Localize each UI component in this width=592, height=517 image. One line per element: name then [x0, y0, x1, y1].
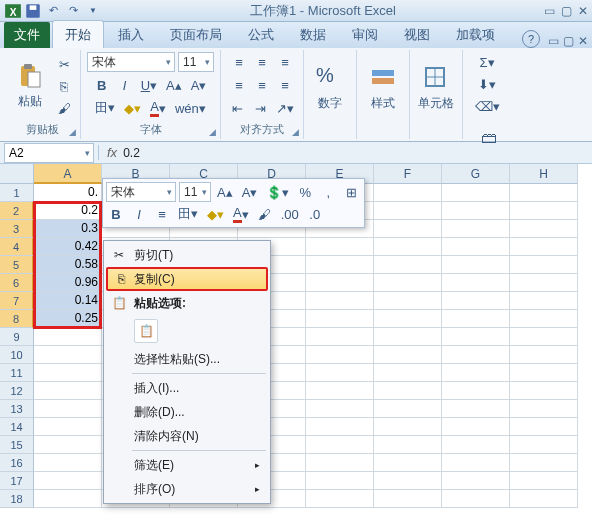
ribbon-min-icon[interactable]: ▭ — [548, 34, 559, 48]
cell[interactable] — [442, 184, 510, 202]
cell[interactable] — [306, 382, 374, 400]
row-header[interactable]: 11 — [0, 364, 34, 382]
row-header[interactable]: 16 — [0, 454, 34, 472]
cell[interactable] — [510, 202, 578, 220]
phonetic-icon[interactable]: wén▾ — [172, 98, 209, 118]
cell[interactable] — [306, 400, 374, 418]
cell[interactable] — [510, 220, 578, 238]
align-middle-icon[interactable]: ≡ — [252, 52, 272, 72]
align-right-icon[interactable]: ≡ — [275, 75, 295, 95]
tab-addins[interactable]: 加载项 — [444, 21, 507, 48]
qat-dropdown-icon[interactable]: ▼ — [84, 2, 102, 20]
cell[interactable] — [510, 364, 578, 382]
mini-border-icon[interactable]: 田▾ — [175, 204, 201, 224]
cell[interactable] — [34, 454, 102, 472]
cell[interactable] — [374, 436, 442, 454]
cell[interactable] — [34, 490, 102, 508]
row-header[interactable]: 14 — [0, 418, 34, 436]
mini-grow-icon[interactable]: A▴ — [214, 182, 236, 202]
fill-color-icon[interactable]: ◆▾ — [121, 98, 144, 118]
bold-icon[interactable]: B — [92, 75, 112, 95]
cell[interactable] — [442, 238, 510, 256]
minimize-icon[interactable]: ▭ — [544, 4, 555, 18]
mini-fill-icon[interactable]: ◆▾ — [204, 204, 227, 224]
cell[interactable] — [510, 472, 578, 490]
number-button[interactable]: % 数字 — [310, 55, 350, 121]
cell[interactable] — [442, 202, 510, 220]
doc-restore-icon[interactable]: ▢ — [563, 34, 574, 48]
cell[interactable]: 0.96 — [34, 274, 102, 292]
cell[interactable] — [374, 400, 442, 418]
ctx-cut[interactable]: ✂剪切(T) — [106, 243, 268, 267]
col-header[interactable]: G — [442, 164, 510, 184]
align-left-icon[interactable]: ≡ — [229, 75, 249, 95]
ctx-copy[interactable]: ⎘复制(C) — [106, 267, 268, 291]
col-header[interactable]: A — [34, 164, 102, 184]
save-icon[interactable] — [24, 2, 42, 20]
cell[interactable] — [442, 310, 510, 328]
align-top-icon[interactable]: ≡ — [229, 52, 249, 72]
align-center-icon[interactable]: ≡ — [252, 75, 272, 95]
mini-italic-icon[interactable]: I — [129, 204, 149, 224]
cell[interactable]: 0.3 — [34, 220, 102, 238]
cell[interactable] — [34, 400, 102, 418]
row-header[interactable]: 9 — [0, 328, 34, 346]
tab-review[interactable]: 审阅 — [340, 21, 390, 48]
paste-button[interactable]: 粘贴 — [10, 53, 50, 119]
styles-button[interactable]: 样式 — [363, 55, 403, 121]
row-header[interactable]: 1 — [0, 184, 34, 202]
mini-size-select[interactable]: 11 — [179, 182, 211, 202]
col-header[interactable]: H — [510, 164, 578, 184]
select-all-corner[interactable] — [0, 164, 34, 184]
mini-currency-icon[interactable]: 💲▾ — [263, 182, 292, 202]
row-header[interactable]: 15 — [0, 436, 34, 454]
align-dialog-icon[interactable]: ◢ — [292, 127, 299, 137]
cell[interactable] — [374, 256, 442, 274]
cell[interactable] — [34, 418, 102, 436]
ctx-filter[interactable]: 筛选(E)▸ — [106, 453, 268, 477]
fx-icon[interactable]: fx — [107, 145, 117, 160]
font-size-select[interactable]: 11 — [178, 52, 214, 72]
cell[interactable]: 0.25 — [34, 310, 102, 328]
cell[interactable] — [306, 292, 374, 310]
mini-fontcolor-icon[interactable]: A▾ — [230, 204, 252, 224]
autosum-icon[interactable]: Σ▾ — [476, 52, 497, 72]
cell[interactable] — [374, 364, 442, 382]
row-header[interactable]: 18 — [0, 490, 34, 508]
col-header[interactable]: F — [374, 164, 442, 184]
row-header[interactable]: 12 — [0, 382, 34, 400]
cell[interactable] — [374, 274, 442, 292]
mini-format-icon[interactable]: ⊞ — [341, 182, 361, 202]
cell[interactable]: 0.42 — [34, 238, 102, 256]
cell[interactable] — [306, 328, 374, 346]
undo-icon[interactable]: ↶ — [44, 2, 62, 20]
row-header[interactable]: 13 — [0, 400, 34, 418]
clipboard-dialog-icon[interactable]: ◢ — [69, 127, 76, 137]
orientation-icon[interactable]: ↗▾ — [273, 98, 297, 118]
font-color-icon[interactable]: A▾ — [147, 98, 169, 118]
row-header[interactable]: 7 — [0, 292, 34, 310]
cell[interactable] — [374, 346, 442, 364]
row-header[interactable]: 10 — [0, 346, 34, 364]
format-painter-icon[interactable]: 🖌 — [54, 98, 74, 118]
cell[interactable] — [34, 382, 102, 400]
cell[interactable] — [510, 184, 578, 202]
mini-painter-icon[interactable]: 🖌 — [255, 204, 275, 224]
cell[interactable] — [306, 238, 374, 256]
cell[interactable] — [374, 202, 442, 220]
tab-formulas[interactable]: 公式 — [236, 21, 286, 48]
font-shrink-icon[interactable]: A▾ — [188, 75, 210, 95]
cell[interactable] — [374, 418, 442, 436]
mini-align-icon[interactable]: ≡ — [152, 204, 172, 224]
row-header[interactable]: 17 — [0, 472, 34, 490]
row-header[interactable]: 2 — [0, 202, 34, 220]
cell[interactable] — [510, 454, 578, 472]
cell[interactable] — [306, 472, 374, 490]
formula-bar[interactable]: 0.2 — [123, 146, 140, 160]
sort-filter-button[interactable]: 🗃 — [473, 116, 505, 160]
doc-close-icon[interactable]: ✕ — [578, 34, 588, 48]
underline-icon[interactable]: U▾ — [138, 75, 160, 95]
tab-layout[interactable]: 页面布局 — [158, 21, 234, 48]
font-name-select[interactable]: 宋体 — [87, 52, 175, 72]
cell[interactable] — [374, 292, 442, 310]
